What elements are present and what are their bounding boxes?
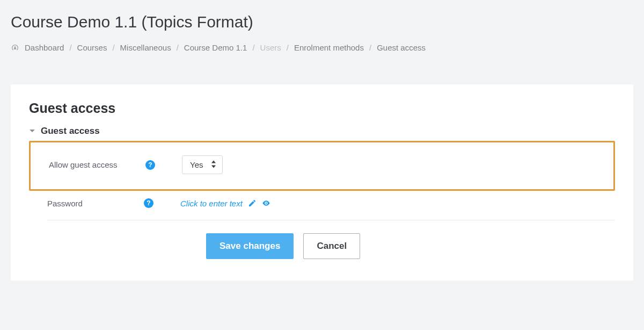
highlight-allow-guest-access: Allow guest access ? Yes bbox=[29, 141, 615, 191]
pencil-icon[interactable] bbox=[248, 199, 257, 207]
breadcrumb-separator: / bbox=[369, 43, 371, 52]
breadcrumb-separator: / bbox=[177, 43, 179, 52]
eye-icon[interactable] bbox=[262, 199, 270, 207]
select-allow-guest-access[interactable]: Yes bbox=[182, 155, 223, 174]
settings-card: Guest access Guest access Allow guest ac… bbox=[11, 84, 633, 281]
breadcrumb-guest-access[interactable]: Guest access bbox=[377, 43, 426, 52]
chevron-down-icon bbox=[29, 127, 35, 136]
breadcrumb-separator: / bbox=[112, 43, 114, 52]
breadcrumb-course-demo[interactable]: Course Demo 1.1 bbox=[184, 43, 247, 52]
page-title: Course Demo 1.1 (Topics Format) bbox=[11, 13, 633, 31]
breadcrumb-users: Users bbox=[260, 43, 281, 52]
label-allow-guest-access: Allow guest access bbox=[49, 160, 145, 169]
breadcrumb-courses[interactable]: Courses bbox=[77, 43, 107, 52]
dashboard-icon bbox=[11, 44, 19, 52]
select-value[interactable]: Yes bbox=[182, 155, 223, 174]
breadcrumb-separator: / bbox=[69, 43, 71, 52]
save-button[interactable]: Save changes bbox=[206, 233, 294, 259]
breadcrumb-separator: / bbox=[252, 43, 254, 52]
label-password: Password bbox=[47, 199, 144, 208]
row-allow-guest-access: Allow guest access ? Yes bbox=[31, 148, 613, 182]
help-icon[interactable]: ? bbox=[144, 198, 153, 208]
help-icon[interactable]: ? bbox=[145, 160, 155, 170]
form-actions: Save changes Cancel bbox=[29, 233, 615, 259]
password-input-link[interactable]: Click to enter text bbox=[180, 199, 243, 208]
divider bbox=[47, 220, 615, 220]
cancel-button[interactable]: Cancel bbox=[303, 233, 360, 259]
breadcrumb-separator: / bbox=[287, 43, 289, 52]
section-toggle-guest-access[interactable]: Guest access bbox=[29, 126, 615, 137]
breadcrumb-dashboard[interactable]: Dashboard bbox=[25, 43, 64, 52]
breadcrumb: Dashboard / Courses / Miscellaneous / Co… bbox=[11, 43, 633, 52]
breadcrumb-enrolment-methods[interactable]: Enrolment methods bbox=[294, 43, 364, 52]
breadcrumb-miscellaneous[interactable]: Miscellaneous bbox=[120, 43, 171, 52]
section-title: Guest access bbox=[41, 126, 100, 137]
card-title: Guest access bbox=[29, 101, 615, 116]
row-password: Password ? Click to enter text bbox=[29, 191, 615, 216]
